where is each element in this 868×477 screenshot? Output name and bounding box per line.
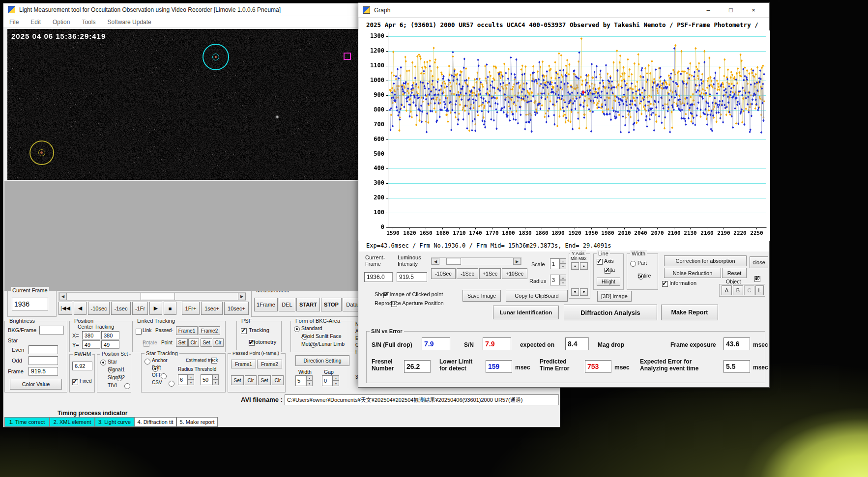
- tracking-radius-field[interactable]: 6: [178, 374, 188, 385]
- minus-1sec-button[interactable]: -1sec: [111, 302, 131, 315]
- minimize-icon[interactable]: –: [697, 4, 720, 17]
- linked-set2-button[interactable]: Set: [201, 338, 212, 347]
- scale-spinner[interactable]: 1 ▲▼: [550, 258, 566, 269]
- lower-limit-field[interactable]: 159: [486, 360, 512, 373]
- tab-xml-element[interactable]: 2. XML element: [50, 417, 95, 427]
- linked-set1-button[interactable]: Set: [176, 338, 188, 347]
- ymax-down-button[interactable]: ▼: [580, 288, 588, 296]
- threshold-field[interactable]: 50: [201, 374, 212, 385]
- graph-current-frame-field[interactable]: 1936.0: [364, 272, 393, 282]
- color-value-button[interactable]: Color Value: [10, 379, 62, 390]
- comparison-marker-square[interactable]: [344, 53, 351, 60]
- bkg-width-spinner[interactable]: 5 ▲▼: [295, 375, 313, 386]
- bkg-width-field[interactable]: 5: [295, 375, 306, 386]
- scale-field[interactable]: 1: [550, 258, 560, 269]
- tracking-radius-down-icon[interactable]: ▼: [188, 380, 194, 385]
- position-set-star-radio[interactable]: [100, 360, 106, 365]
- passed-clr2-button[interactable]: Clr: [272, 375, 284, 385]
- linked-frame2-button[interactable]: Frame2: [199, 326, 220, 335]
- y1-field[interactable]: 49: [82, 340, 100, 349]
- object-a-button[interactable]: A: [722, 285, 732, 295]
- avi-filename-field[interactable]: C:¥Users¥owner¥Documents¥天文¥202504¥20250…: [285, 394, 559, 405]
- menu-software-update[interactable]: Software Update: [101, 19, 157, 26]
- linked-clr2-button[interactable]: Clr: [213, 338, 224, 347]
- bkg-frame-field[interactable]: [39, 326, 64, 335]
- minus-10sec-button[interactable]: -10sec: [88, 302, 110, 315]
- lunar-identification-button[interactable]: Lunar Identification: [493, 306, 559, 319]
- odd-field[interactable]: [29, 356, 58, 365]
- information-checkbox[interactable]: [662, 281, 668, 287]
- even-field[interactable]: [29, 345, 58, 354]
- menu-option[interactable]: Option: [47, 19, 76, 26]
- object-l-button[interactable]: L: [755, 285, 764, 295]
- hilight-button[interactable]: Hilight: [597, 278, 620, 286]
- predicted-error-field[interactable]: 753: [585, 360, 611, 373]
- bkg-width-down-icon[interactable]: ▼: [306, 381, 313, 386]
- graph-radius-up-icon[interactable]: ▲: [560, 275, 566, 280]
- menu-edit[interactable]: Edit: [25, 19, 47, 26]
- fwhm-field[interactable]: 6.92: [72, 362, 92, 370]
- scale-down-icon[interactable]: ▼: [560, 264, 566, 269]
- tab-time-correct[interactable]: 1. Time correct: [4, 417, 50, 427]
- luminous-intensity-field[interactable]: 919.5: [397, 272, 427, 282]
- save-image-button[interactable]: Save Image: [463, 290, 501, 302]
- threshold-up-icon[interactable]: ▲: [212, 374, 219, 380]
- graph-scrollbar[interactable]: ◀ ▶: [431, 257, 521, 265]
- tracking-radius-spinner[interactable]: 6 ▲▼: [178, 374, 194, 385]
- expected-on-field[interactable]: 8.4: [565, 337, 589, 350]
- graph-radius-down-icon[interactable]: ▼: [560, 280, 566, 285]
- anchor-radio[interactable]: [145, 359, 150, 365]
- sn-full-drop-field[interactable]: 7.9: [422, 337, 450, 350]
- noise-reduction-button[interactable]: Noise Reduction: [664, 268, 721, 278]
- plus-1frame-button[interactable]: 1Fr+: [182, 302, 200, 315]
- play-button[interactable]: ▶: [149, 302, 162, 315]
- graph-radius-field[interactable]: 3: [550, 275, 560, 285]
- linked-clr1-button[interactable]: Clr: [188, 338, 199, 347]
- graph-scroll-right-icon[interactable]: ▶: [513, 258, 521, 265]
- graph-scrollbar-track[interactable]: [439, 258, 513, 265]
- stop-button[interactable]: STOP: [321, 298, 342, 311]
- menu-file[interactable]: File: [3, 19, 25, 26]
- frame-exposure-field[interactable]: 43.6: [723, 337, 750, 350]
- maximize-icon[interactable]: □: [720, 4, 742, 17]
- x2-field[interactable]: 380: [101, 331, 119, 339]
- part-radio[interactable]: [630, 261, 636, 267]
- position-set-tivi-radio[interactable]: [124, 383, 130, 389]
- reset-button[interactable]: Reset: [722, 268, 747, 278]
- ymin-up-button[interactable]: ▲: [571, 262, 579, 270]
- passed-frame1-button[interactable]: Frame1: [231, 360, 256, 368]
- plus-1sec-graph-button[interactable]: +1Sec: [479, 268, 501, 279]
- bkg-gap-up-icon[interactable]: ▲: [333, 375, 339, 381]
- sn-field[interactable]: 7.9: [483, 337, 511, 350]
- plus-1sec-button[interactable]: 1sec+: [201, 302, 223, 315]
- passed-set1-button[interactable]: Set: [231, 375, 244, 385]
- graph-titlebar[interactable]: Graph – □ ×: [358, 3, 769, 18]
- standard-radio[interactable]: [294, 326, 300, 332]
- y2-field[interactable]: 49: [101, 340, 119, 349]
- csv-radio[interactable]: [169, 381, 174, 387]
- tab-diffraction-fit[interactable]: 4. Diffraction tit: [134, 417, 176, 427]
- tab-make-report[interactable]: 5. Make report: [176, 417, 218, 427]
- step-back-button[interactable]: ◀: [74, 302, 87, 315]
- tab-light-curve[interactable]: 3. Light curve: [95, 417, 134, 427]
- close-graph-button[interactable]: close: [750, 256, 768, 268]
- passed-clr1-button[interactable]: Clr: [245, 375, 257, 385]
- passed-set2-button[interactable]: Set: [258, 375, 271, 385]
- scale-up-icon[interactable]: ▲: [560, 258, 566, 264]
- fresnel-field[interactable]: 26.2: [404, 360, 431, 373]
- ymax-up-button[interactable]: ▲: [580, 262, 588, 270]
- current-frame-field[interactable]: 1936: [12, 298, 48, 310]
- scrollbar-thumb[interactable]: [141, 293, 175, 300]
- image-3d-button[interactable]: [3D] Image: [597, 291, 632, 302]
- graph-scrollbar-thumb[interactable]: [446, 258, 461, 265]
- expected-error-field[interactable]: 5.5: [723, 360, 750, 373]
- menu-tools[interactable]: Tools: [76, 19, 101, 26]
- minus-1sec-graph-button[interactable]: -1Sec: [457, 268, 478, 279]
- axis-checkbox[interactable]: [597, 259, 603, 265]
- scroll-right-icon[interactable]: ▶: [238, 293, 246, 300]
- diffraction-analysis-button[interactable]: Diffraction Analysis: [564, 305, 657, 320]
- link-checkbox[interactable]: [136, 329, 142, 335]
- bkg-gap-spinner[interactable]: 0 ▲▼: [322, 375, 339, 386]
- frame-brightness-field[interactable]: 919.5: [29, 367, 58, 376]
- scroll-left-icon[interactable]: ◀: [59, 293, 67, 300]
